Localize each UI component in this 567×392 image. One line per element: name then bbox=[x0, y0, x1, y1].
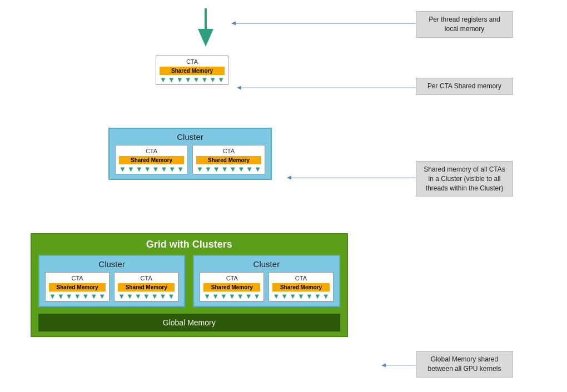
cluster-box: Cluster CTA Shared Memory ▼ ▼ ▼ ▼ ▼ ▼ ▼ … bbox=[108, 128, 272, 180]
gcb1-a2: ▼ bbox=[212, 293, 219, 300]
mini-arrow-3: ▼ bbox=[176, 76, 183, 83]
c2-arrow-8: ▼ bbox=[254, 165, 261, 173]
single-shared-mem-bar: Shared Memory bbox=[160, 67, 225, 75]
single-mini-arrows: ▼ ▼ ▼ ▼ ▼ ▼ ▼ ▼ bbox=[160, 76, 225, 83]
grid-ca-cta1-title: CTA bbox=[71, 275, 83, 282]
gcb2-a7: ▼ bbox=[322, 293, 330, 300]
grid-cb-cta1-arrows: ▼ ▼ ▼ ▼ ▼ ▼ ▼ bbox=[203, 293, 260, 300]
c2-arrow-4: ▼ bbox=[221, 165, 228, 173]
cluster-cta-2: CTA Shared Memory ▼ ▼ ▼ ▼ ▼ ▼ ▼ ▼ bbox=[192, 145, 265, 174]
gca2-a6: ▼ bbox=[160, 293, 167, 300]
gca2-a2: ▼ bbox=[126, 293, 133, 300]
gcb2-a3: ▼ bbox=[289, 293, 296, 300]
single-cta-box: CTA Shared Memory ▼ ▼ ▼ ▼ ▼ ▼ ▼ ▼ bbox=[156, 56, 228, 85]
grid-cluster-a: Cluster CTA Shared Memory ▼ ▼ ▼ ▼ ▼ ▼ bbox=[38, 255, 185, 307]
mini-arrow-6: ▼ bbox=[201, 76, 208, 83]
gca2-a5: ▼ bbox=[151, 293, 158, 300]
cluster-title: Cluster bbox=[177, 132, 203, 142]
grid-clusters: Cluster CTA Shared Memory ▼ ▼ ▼ ▼ ▼ ▼ bbox=[38, 255, 340, 307]
c1-arrow-5: ▼ bbox=[152, 165, 160, 173]
grid-ca-cta2: CTA Shared Memory ▼ ▼ ▼ ▼ ▼ ▼ ▼ bbox=[114, 272, 178, 301]
c1-arrow-8: ▼ bbox=[177, 165, 184, 173]
label-thread: Per thread registers and local memory bbox=[416, 11, 513, 38]
c2-arrow-2: ▼ bbox=[205, 165, 212, 173]
label-global-memory: Global Memory shared between all GPU ker… bbox=[416, 351, 513, 378]
grid-cb-cta2-arrows: ▼ ▼ ▼ ▼ ▼ ▼ ▼ bbox=[272, 293, 329, 300]
cluster-cta2-arrows: ▼ ▼ ▼ ▼ ▼ ▼ ▼ ▼ bbox=[196, 165, 261, 173]
c1-arrow-2: ▼ bbox=[127, 165, 135, 173]
gca1-a6: ▼ bbox=[90, 293, 97, 300]
cluster-cta1-arrows: ▼ ▼ ▼ ▼ ▼ ▼ ▼ ▼ bbox=[119, 165, 184, 173]
gcb2-a4: ▼ bbox=[297, 293, 305, 300]
grid-cb-cta1: CTA Shared Memory ▼ ▼ ▼ ▼ ▼ ▼ ▼ bbox=[200, 272, 264, 301]
label-shared-per-cta: Per CTA Shared memory bbox=[416, 78, 513, 95]
gcb1-a1: ▼ bbox=[203, 293, 211, 300]
grid-cb-cta2-title: CTA bbox=[295, 275, 307, 282]
cluster-cta2-shared: Shared Memory bbox=[196, 156, 261, 164]
cluster-cta1-title: CTA bbox=[146, 148, 157, 154]
grid-cb-cta1-shared: Shared Memory bbox=[203, 283, 260, 292]
gca1-a7: ▼ bbox=[98, 293, 106, 300]
gcb1-a6: ▼ bbox=[245, 293, 252, 300]
grid-ca-cta2-shared: Shared Memory bbox=[118, 283, 175, 292]
mini-arrow-5: ▼ bbox=[193, 76, 200, 83]
c1-arrow-7: ▼ bbox=[168, 165, 176, 173]
cluster-cta2-title: CTA bbox=[223, 148, 235, 154]
grid-cluster-b-ctas: CTA Shared Memory ▼ ▼ ▼ ▼ ▼ ▼ ▼ bbox=[200, 272, 333, 301]
grid-section: Grid with Clusters Cluster CTA Shared Me… bbox=[31, 233, 348, 337]
gcb1-a7: ▼ bbox=[253, 293, 261, 300]
gcb2-a5: ▼ bbox=[306, 293, 313, 300]
grid-cb-cta1-title: CTA bbox=[226, 275, 238, 282]
mini-arrow-8: ▼ bbox=[217, 76, 225, 83]
c1-arrow-4: ▼ bbox=[144, 165, 151, 173]
mini-arrow-7: ▼ bbox=[209, 76, 216, 83]
grid-cluster-b-title: Cluster bbox=[253, 259, 280, 269]
gca1-a4: ▼ bbox=[74, 293, 81, 300]
cluster-section: Cluster CTA Shared Memory ▼ ▼ ▼ ▼ ▼ ▼ ▼ … bbox=[108, 128, 272, 180]
gca1-a3: ▼ bbox=[66, 293, 73, 300]
mini-arrow-1: ▼ bbox=[160, 76, 167, 83]
c1-arrow-6: ▼ bbox=[160, 165, 167, 173]
c1-arrow-3: ▼ bbox=[136, 165, 143, 173]
mini-arrow-4: ▼ bbox=[185, 76, 192, 83]
grid-title: Grid with Clusters bbox=[146, 239, 232, 250]
grid-ca-cta1-shared: Shared Memory bbox=[49, 283, 106, 292]
c2-arrow-6: ▼ bbox=[237, 165, 245, 173]
gca2-a1: ▼ bbox=[118, 293, 125, 300]
gca1-a1: ▼ bbox=[49, 293, 56, 300]
grid-cluster-b: Cluster CTA Shared Memory ▼ ▼ ▼ ▼ ▼ ▼ bbox=[193, 255, 340, 307]
diagram-container: CTA Shared Memory ▼ ▼ ▼ ▼ ▼ ▼ ▼ ▼ Cluste… bbox=[0, 0, 567, 392]
label-cluster-mem: Shared memory of all CTAs in a Cluster (… bbox=[416, 161, 513, 197]
gcb2-a1: ▼ bbox=[272, 293, 280, 300]
gcb1-a4: ▼ bbox=[228, 293, 236, 300]
gcb2-a2: ▼ bbox=[281, 293, 288, 300]
c2-arrow-1: ▼ bbox=[196, 165, 203, 173]
grid-cb-cta2: CTA Shared Memory ▼ ▼ ▼ ▼ ▼ ▼ ▼ bbox=[268, 272, 333, 301]
single-cta-title: CTA bbox=[186, 58, 198, 65]
grid-ca-cta1: CTA Shared Memory ▼ ▼ ▼ ▼ ▼ ▼ ▼ bbox=[45, 272, 110, 301]
grid-ca-cta2-arrows: ▼ ▼ ▼ ▼ ▼ ▼ ▼ bbox=[118, 293, 175, 300]
gcb1-a3: ▼ bbox=[220, 293, 227, 300]
c1-arrow-1: ▼ bbox=[119, 165, 126, 173]
grid-box: Grid with Clusters Cluster CTA Shared Me… bbox=[31, 233, 348, 337]
c2-arrow-5: ▼ bbox=[230, 165, 237, 173]
grid-ca-cta2-title: CTA bbox=[141, 275, 152, 282]
gcb1-a5: ▼ bbox=[237, 293, 244, 300]
single-cta-section: CTA Shared Memory ▼ ▼ ▼ ▼ ▼ ▼ ▼ ▼ bbox=[156, 56, 228, 85]
gca2-a7: ▼ bbox=[167, 293, 175, 300]
gca1-a5: ▼ bbox=[82, 293, 89, 300]
cluster-ctas: CTA Shared Memory ▼ ▼ ▼ ▼ ▼ ▼ ▼ ▼ C bbox=[115, 145, 265, 174]
grid-cluster-a-title: Cluster bbox=[98, 259, 125, 269]
grid-cluster-a-ctas: CTA Shared Memory ▼ ▼ ▼ ▼ ▼ ▼ ▼ bbox=[45, 272, 178, 301]
gca2-a4: ▼ bbox=[143, 293, 150, 300]
c2-arrow-7: ▼ bbox=[246, 165, 253, 173]
global-memory-bar: Global Memory bbox=[38, 314, 340, 331]
gca2-a3: ▼ bbox=[135, 293, 142, 300]
gcb2-a6: ▼ bbox=[314, 293, 321, 300]
gca1-a2: ▼ bbox=[57, 293, 64, 300]
grid-cb-cta2-shared: Shared Memory bbox=[272, 283, 329, 292]
mini-arrow-2: ▼ bbox=[168, 76, 175, 83]
cluster-cta-1: CTA Shared Memory ▼ ▼ ▼ ▼ ▼ ▼ ▼ ▼ bbox=[115, 145, 188, 174]
grid-ca-cta1-arrows: ▼ ▼ ▼ ▼ ▼ ▼ ▼ bbox=[49, 293, 106, 300]
cluster-cta1-shared: Shared Memory bbox=[119, 156, 184, 164]
